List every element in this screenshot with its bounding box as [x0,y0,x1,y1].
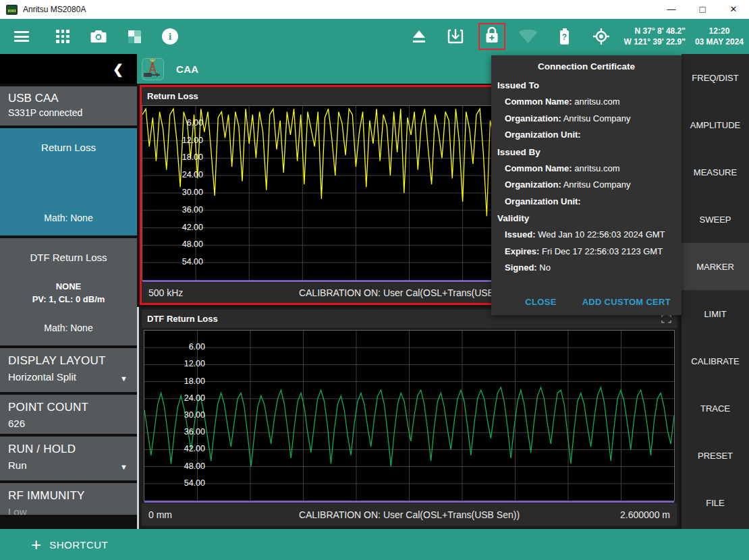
sidebar-collapse-button[interactable]: ❮ [0,54,137,84]
popup-title: Connection Certificate [491,61,682,72]
trace-baseline-marker [144,501,674,503]
close-button[interactable]: ✕ [718,0,749,19]
menu-limit[interactable]: LIMIT [682,290,749,337]
setting-display-layout[interactable]: DISPLAY LAYOUT Horizontal Split ▼ [0,348,137,392]
shortcut-bar[interactable]: + SHORTCUT [0,529,749,560]
start-frequency-label: 500 kHz [148,287,270,298]
apps-grid-icon[interactable] [49,23,76,50]
menu-freq-dist[interactable]: FREQ/DIST [682,54,749,101]
menu-amplitude[interactable]: AMPLITUDE [682,101,749,148]
section-issued-to: Issued To [491,77,682,94]
minimize-button[interactable]: — [656,0,687,19]
display-layout-icon[interactable] [121,23,148,50]
dtf-footer: 0 mm CALIBRATION ON: User Cal(OSL+Trans(… [142,503,677,526]
section-issued-by: Issued By [491,144,682,161]
sidebar-scrollbar[interactable] [137,307,139,529]
setting-point-count[interactable]: POINT COUNT 626 [0,395,137,434]
menu-preset[interactable]: PRESET [682,432,749,479]
add-custom-cert-button[interactable]: ADD CUSTOM CERT [582,297,671,307]
window-title: Anritsu MS2080A [23,5,86,14]
shortcut-label: SHORTCUT [49,539,108,551]
right-function-menu: FREQ/DIST AMPLITUDE MEASURE SWEEP MARKER… [682,54,749,529]
anritsu-ms2080a-window: Anritsu MS2080A — □ ✕ i ? [0,0,749,560]
certificate-lock-icon[interactable] [478,23,505,50]
chevron-left-icon: ❮ [113,61,123,77]
stop-distance-label: 2.600000 m [549,509,670,520]
dtf-return-loss-chart[interactable]: 6.0012.0018.0024.0030.0036.0042.0048.005… [144,330,675,501]
clock: 12:20 03 MAY 2024 [695,26,744,47]
gps-icon[interactable] [588,23,615,50]
caa-app-icon [142,58,164,80]
menu-sweep[interactable]: SWEEP [682,196,749,243]
calibration-status: CALIBRATION ON: User Cal(OSL+Trans(USB S… [270,509,549,520]
menu-measure[interactable]: MEASURE [682,148,749,196]
device-status-block: USB CAA S331P connected [0,86,137,125]
plus-icon: + [31,536,41,553]
wifi-icon[interactable] [515,23,542,50]
connection-certificate-popup: Connection Certificate Issued To Common … [491,55,682,315]
start-distance-label: 0 mm [148,509,270,520]
save-import-icon[interactable] [442,23,469,50]
screenshot-camera-icon[interactable] [85,23,112,50]
main-toolbar: i ? N 37° 8' 48.2" W 121° 39' 22.9" 12:2… [0,19,749,54]
app-name: CAA [176,63,198,75]
battery-icon[interactable]: ? [551,23,578,50]
info-icon[interactable]: i [157,23,184,50]
app-window-icon [6,5,18,15]
close-button[interactable]: CLOSE [525,297,556,307]
dtf-return-loss-panel[interactable]: DTF Return Loss 6.0012.0018.0024.0030.00… [140,308,679,528]
eject-icon[interactable] [406,23,433,50]
maximize-button[interactable]: □ [687,0,718,19]
menu-calibrate[interactable]: CALIBRATE [682,337,749,385]
window-titlebar: Anritsu MS2080A — □ ✕ [0,0,749,19]
chevron-down-icon: ▼ [120,374,128,383]
measurement-return-loss[interactable]: Return Loss Math: None [0,128,137,235]
measurement-dtf-return-loss[interactable]: DTF Return Loss NONE PV: 1, CL: 0 dB/m M… [0,238,137,345]
chevron-down-icon: ▼ [120,463,128,471]
menu-marker[interactable]: MARKER [682,243,749,290]
setting-run-hold[interactable]: RUN / HOLD Run ▼ [0,437,137,480]
menu-file[interactable]: FILE [682,479,749,526]
expand-fullscreen-icon[interactable] [661,314,671,323]
left-sidebar: ❮ USB CAA S331P connected Return Loss Ma… [0,54,137,529]
setting-rf-immunity[interactable]: RF IMMUNITY Low [0,483,137,515]
gps-coordinates: N 37° 8' 48.2" W 121° 39' 22.9" [624,26,686,47]
menu-hamburger-icon[interactable] [8,23,35,50]
section-validity: Validity [491,210,682,227]
menu-trace[interactable]: TRACE [682,385,749,432]
